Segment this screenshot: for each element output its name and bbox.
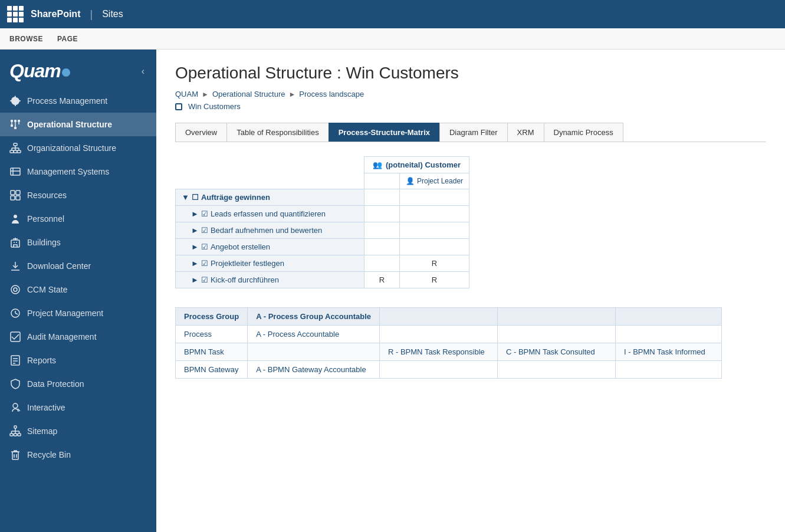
sidebar-label-audit-management: Audit Management xyxy=(27,332,97,341)
matrix-row-label: ►☑Angebot erstellen xyxy=(176,239,364,255)
sidebar-item-sitemap[interactable]: Sitemap xyxy=(0,419,156,443)
ribbon-page[interactable]: PAGE xyxy=(57,32,78,45)
expand-arrow[interactable]: ► xyxy=(191,209,199,218)
shield-icon xyxy=(9,378,21,390)
sidebar-label-operational-structure: Operational Structure xyxy=(27,120,112,129)
win-customers-text: Win Customers xyxy=(188,102,241,111)
tab-xrm[interactable]: XRM xyxy=(507,123,544,142)
row-label-text: Kick-off durchführen xyxy=(211,275,279,284)
sidebar-item-personnel[interactable]: Personnel xyxy=(0,207,156,231)
app-launcher-button[interactable] xyxy=(7,6,24,22)
sidebar-item-data-protection[interactable]: Data Protection xyxy=(0,372,156,396)
expand-arrow[interactable]: ► xyxy=(191,242,199,251)
trash-icon xyxy=(9,449,21,461)
svg-rect-10 xyxy=(10,150,14,153)
org-icon xyxy=(9,142,21,154)
svg-rect-45 xyxy=(14,426,17,428)
expand-arrow[interactable]: ▼ xyxy=(182,193,189,202)
sidebar-label-personnel: Personnel xyxy=(27,214,64,224)
sidebar-item-process-management[interactable]: Process Management xyxy=(0,89,156,113)
management-icon xyxy=(9,166,21,178)
sidebar-item-interactive[interactable]: Interactive xyxy=(0,396,156,419)
sidebar-label-recycle-bin: Recycle Bin xyxy=(27,450,71,459)
breadcrumb-level1[interactable]: Operational Structure xyxy=(212,90,285,98)
sidebar-label-data-protection: Data Protection xyxy=(27,379,84,389)
legend-col4-header xyxy=(616,308,722,326)
top-bar: SharePoint | Sites xyxy=(0,0,785,28)
matrix-table: 👥 (potneital) Customer 👤 Project Leader xyxy=(175,156,469,288)
topbar-divider: | xyxy=(90,8,93,21)
breadcrumb-level2[interactable]: Process landscape xyxy=(299,90,364,98)
sidebar-item-reports[interactable]: Reports xyxy=(0,349,156,372)
sidebar-item-buildings[interactable]: Buildings xyxy=(0,231,156,254)
legend-cell-0-1: A - Process Accountable xyxy=(248,326,380,343)
legend-cell-1-2: R - BPMN Task Responsible xyxy=(380,343,498,361)
download-icon xyxy=(9,260,21,272)
gear-icon xyxy=(9,95,21,107)
tab-responsibilities[interactable]: Table of Responsibilities xyxy=(226,123,329,142)
matrix-cell-col1: R xyxy=(400,255,469,272)
reports-icon xyxy=(9,354,21,366)
matrix-sub-header: 👤 Project Leader xyxy=(400,173,469,189)
sidebar-item-organizational-structure[interactable]: Organizational Structure xyxy=(0,136,156,160)
resources-icon xyxy=(9,189,21,201)
sidebar-label-management-systems: Management Systems xyxy=(27,167,109,176)
matrix-cell-extra: R xyxy=(364,272,400,288)
ribbon-browse[interactable]: BROWSE xyxy=(9,32,43,45)
expand-arrow[interactable]: ► xyxy=(191,259,199,268)
sidebar-item-operational-structure[interactable]: Operational Structure xyxy=(0,113,156,136)
matrix-row-label: ►☑Bedarf aufnehmen und bewerten xyxy=(176,222,364,239)
person-icon: 👤 xyxy=(406,177,415,185)
sidebar-label-reports: Reports xyxy=(27,356,56,365)
legend-cell-2-3 xyxy=(498,361,616,379)
svg-point-25 xyxy=(14,215,17,218)
structure-icon xyxy=(9,119,21,130)
task-type-icon: ☑ xyxy=(201,242,208,251)
row-label-text: Aufträge gewinnen xyxy=(201,193,270,202)
sidebar-item-ccm-state[interactable]: CCM State xyxy=(0,278,156,301)
logo: Quam xyxy=(9,60,70,82)
matrix-cell-extra xyxy=(364,206,400,222)
sidebar-item-management-systems[interactable]: Management Systems xyxy=(0,160,156,183)
svg-rect-18 xyxy=(11,168,20,175)
ccm-icon xyxy=(9,284,21,295)
tab-overview[interactable]: Overview xyxy=(175,123,227,142)
sidebar-item-audit-management[interactable]: Audit Management xyxy=(0,325,156,349)
matrix-row-label: ▼☐Aufträge gewinnen xyxy=(176,189,364,206)
tab-process-structure-matrix[interactable]: Process-Structure-Matrix xyxy=(329,123,440,142)
sidebar-item-resources[interactable]: Resources xyxy=(0,183,156,207)
svg-rect-9 xyxy=(14,143,17,146)
legend-table: Process Group A - Process Group Accounta… xyxy=(175,307,722,379)
tab-diagram-filter[interactable]: Diagram Filter xyxy=(439,123,508,142)
svg-rect-26 xyxy=(11,240,19,247)
legend-container: Process Group A - Process Group Accounta… xyxy=(175,307,766,379)
sidebar-collapse-button[interactable]: ‹ xyxy=(139,64,147,79)
sidebar-item-download-center[interactable]: Download Center xyxy=(0,254,156,278)
layout: Quam ‹ Process Management Operational St… xyxy=(0,50,785,532)
tab-bar: Overview Table of Responsibilities Proce… xyxy=(175,123,766,142)
sidebar-label-download-center: Download Center xyxy=(27,261,91,271)
sidebar-label-process-management: Process Management xyxy=(27,96,107,106)
matrix-cell-extra xyxy=(364,255,400,272)
sidebar-item-project-management[interactable]: Project Management xyxy=(0,301,156,325)
win-customers-link[interactable]: Win Customers xyxy=(175,102,766,111)
main-content: Operational Structure : Win Customers QU… xyxy=(156,50,785,532)
tab-dynamic-process[interactable]: Dynamic Process xyxy=(544,123,623,142)
sidebar: Quam ‹ Process Management Operational St… xyxy=(0,50,156,532)
svg-line-37 xyxy=(15,313,18,314)
matrix-row-label: ►☑Kick-off durchführen xyxy=(176,272,364,288)
breadcrumb-sep2: ► xyxy=(288,90,295,98)
matrix-empty-header xyxy=(176,157,364,173)
sidebar-item-recycle-bin[interactable]: Recycle Bin xyxy=(0,443,156,467)
expand-arrow[interactable]: ► xyxy=(191,275,199,284)
matrix-cell-col1 xyxy=(400,189,469,206)
svg-rect-1 xyxy=(11,120,13,122)
row-label-text: Angebot erstellen xyxy=(211,242,270,251)
row-label-text: Leads erfassen und quantifizieren xyxy=(211,209,326,218)
matrix-cell-extra xyxy=(364,239,400,255)
expand-arrow[interactable]: ► xyxy=(191,226,199,235)
breadcrumb-root[interactable]: QUAM xyxy=(175,90,198,98)
legend-cell-2-2 xyxy=(380,361,498,379)
legend-cell-0-3 xyxy=(498,326,616,343)
matrix-row-label: ►☑Leads erfassen und quantifizieren xyxy=(176,206,364,222)
